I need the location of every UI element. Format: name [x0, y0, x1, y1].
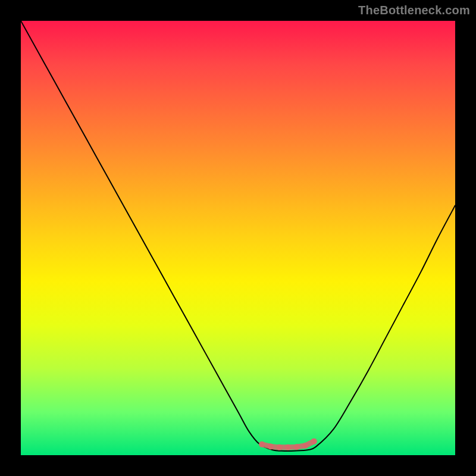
- chart-frame: TheBottleneck.com: [0, 0, 476, 476]
- plateau-marker: [285, 444, 291, 450]
- plot-area: [21, 21, 455, 455]
- plateau-marker: [276, 444, 282, 450]
- plateau-marker: [268, 443, 274, 449]
- chart-svg: [21, 21, 455, 455]
- watermark-text: TheBottleneck.com: [358, 4, 470, 17]
- gradient-background: [21, 21, 455, 455]
- plateau-marker: [302, 443, 308, 449]
- plateau-marker: [311, 439, 317, 444]
- plateau-marker: [294, 444, 300, 450]
- plateau-marker: [259, 441, 265, 447]
